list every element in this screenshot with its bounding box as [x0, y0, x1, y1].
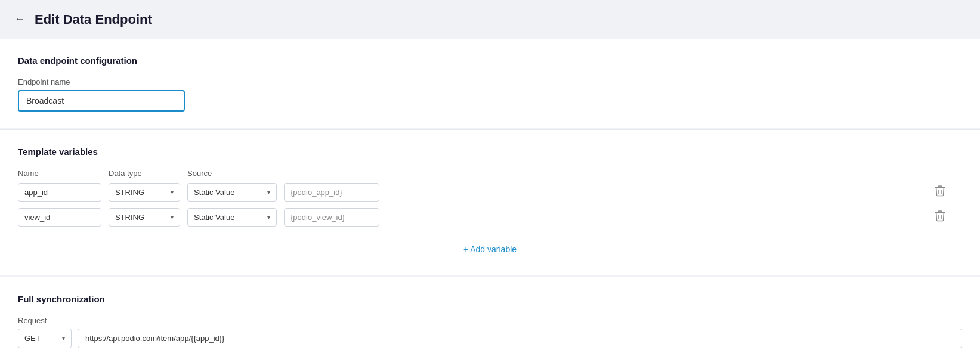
back-icon: ← [14, 13, 25, 26]
request-label: Request [18, 316, 962, 325]
variable-source-select-1[interactable]: Static Value ▾ [187, 183, 277, 202]
variable-name-input-1[interactable] [18, 183, 101, 202]
col-header-name: Name [18, 169, 101, 178]
variable-name-input-2[interactable] [18, 208, 101, 227]
col-header-dtype: Data type [109, 169, 180, 178]
chevron-down-icon: ▾ [171, 189, 174, 196]
variable-source-select-2[interactable]: Static Value ▾ [187, 208, 277, 227]
template-section-title: Template variables [18, 147, 962, 157]
page-title: Edit Data Endpoint [35, 12, 152, 27]
chevron-down-icon: ▾ [62, 335, 65, 342]
chevron-down-icon: ▾ [171, 214, 174, 221]
method-value: GET [24, 334, 41, 343]
trash-icon [935, 188, 945, 199]
sync-section-title: Full synchronization [18, 294, 962, 304]
variable-fields-1: STRING ▾ Static Value ▾ [18, 183, 923, 202]
add-variable-button[interactable]: + Add variable [463, 240, 517, 259]
variable-fields-2: STRING ▾ Static Value ▾ [18, 208, 923, 227]
back-button[interactable]: ← [12, 11, 27, 28]
config-section: Data endpoint configuration Endpoint nam… [0, 39, 980, 128]
delete-variable-button-1[interactable] [930, 182, 950, 202]
variable-dtype-select-1[interactable]: STRING ▾ [109, 183, 180, 202]
http-method-select[interactable]: GET ▾ [18, 329, 72, 348]
page-header: ← Edit Data Endpoint [0, 0, 980, 39]
delete-variable-button-2[interactable] [930, 208, 950, 227]
col-header-source: Source [187, 169, 277, 178]
full-sync-section: Full synchronization Request GET ▾ [0, 277, 980, 353]
source-value-1: Static Value [194, 188, 234, 197]
trash-icon [935, 213, 945, 224]
chevron-down-icon: ▾ [267, 214, 270, 221]
page: ← Edit Data Endpoint Data endpoint confi… [0, 0, 980, 353]
source-value-2: Static Value [194, 213, 234, 222]
request-url-input[interactable] [78, 329, 962, 348]
endpoint-name-label: Endpoint name [18, 78, 962, 86]
variable-dtype-select-2[interactable]: STRING ▾ [109, 208, 180, 227]
variable-row: STRING ▾ Static Value ▾ [18, 208, 962, 227]
add-variable-container: + Add variable [18, 233, 962, 259]
template-variables-section: Template variables Name Data type Source… [0, 130, 980, 275]
config-section-title: Data endpoint configuration [18, 55, 962, 66]
chevron-down-icon: ▾ [267, 189, 270, 196]
dtype-value-2: STRING [115, 213, 144, 222]
variable-value-input-1[interactable] [284, 183, 379, 202]
endpoint-name-input[interactable] [18, 90, 185, 112]
request-row: GET ▾ [18, 329, 962, 348]
variable-row: STRING ▾ Static Value ▾ [18, 182, 962, 202]
dtype-value-1: STRING [115, 188, 144, 197]
variable-column-headers: Name Data type Source [18, 169, 962, 178]
variable-value-input-2[interactable] [284, 208, 379, 227]
